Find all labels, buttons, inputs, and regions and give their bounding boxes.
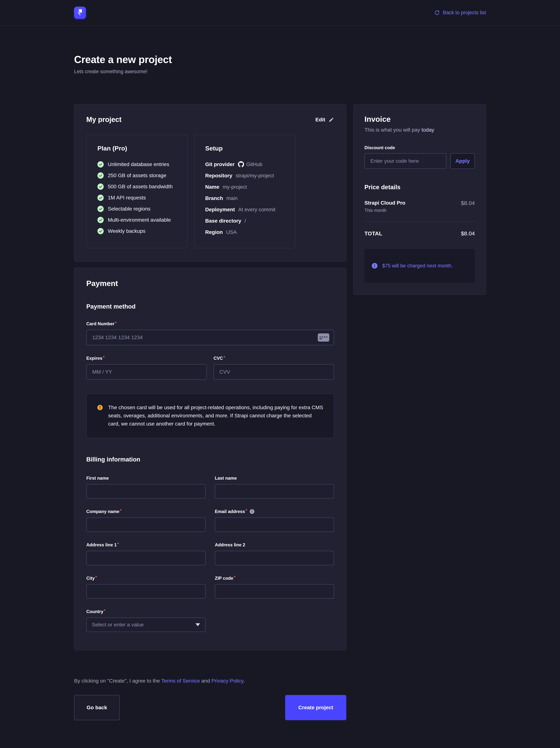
setup-row-value: At every commit	[238, 207, 275, 213]
setup-row-value: USA	[226, 229, 237, 235]
check-icon	[97, 228, 104, 234]
zip-code-input[interactable]	[215, 584, 334, 599]
edit-button-label: Edit	[315, 117, 325, 123]
email-input[interactable]	[215, 517, 334, 532]
city-input[interactable]	[86, 584, 205, 599]
credit-card-icon	[318, 333, 329, 342]
line-item-amount: $8.04	[461, 200, 475, 213]
setup-row-label: Git provider	[205, 161, 235, 167]
check-icon	[97, 172, 104, 179]
plan-box-title: Plan (Pro)	[97, 145, 176, 152]
last-name-field: Last name	[215, 475, 334, 498]
required-asterisk: *	[115, 321, 117, 325]
invoice-subtitle: This is what you will pay today	[364, 127, 475, 133]
back-link-label: Back to projects list	[443, 10, 486, 16]
company-name-label: Company name*	[86, 509, 205, 514]
city-field: City*	[86, 576, 205, 599]
return-arrow-icon	[434, 10, 440, 16]
email-label: Email address*	[215, 509, 334, 514]
back-to-projects-link[interactable]: Back to projects list	[434, 10, 486, 16]
lightning-bolt-icon	[76, 8, 83, 18]
terms-of-service-link[interactable]: Terms of Service	[161, 678, 200, 684]
country-field: Country* Select or enter a value	[86, 609, 205, 632]
total-amount: $8.04	[461, 230, 475, 237]
check-icon	[97, 184, 104, 190]
required-asterisk: *	[103, 355, 105, 360]
plan-feature-label: 500 GB of assets bandwidth	[108, 184, 173, 190]
check-icon	[97, 206, 104, 212]
invoice-subtitle-emphasis: today	[421, 127, 434, 133]
cvc-field: CVC*	[214, 356, 334, 380]
total-row: TOTAL $8.04	[364, 230, 475, 237]
app-header: Back to projects list	[0, 0, 560, 26]
plan-feature-item: Selectable regions	[97, 206, 176, 212]
setup-row: Repository strapi/my-project	[205, 173, 284, 179]
setup-rows: Git provider GitHub	[205, 161, 284, 235]
privacy-policy-link[interactable]: Privacy Policy	[212, 678, 243, 684]
setup-row-value: my-project	[223, 184, 247, 190]
country-select-placeholder: Select or enter a value	[92, 622, 144, 628]
setup-row-value: /	[245, 218, 246, 224]
apply-discount-button[interactable]: Apply	[451, 153, 475, 169]
country-select[interactable]: Select or enter a value	[86, 617, 205, 632]
card-usage-notice: The chosen card will be used for all pro…	[86, 394, 334, 438]
setup-row: Deployment At every commit	[205, 207, 284, 213]
setup-row-label: Repository	[205, 173, 232, 179]
line-item-name: Strapi Cloud Pro	[364, 200, 405, 206]
payment-method-title: Payment method	[86, 303, 334, 310]
check-icon	[97, 161, 104, 167]
last-name-input[interactable]	[215, 484, 334, 498]
setup-row-label: Region	[205, 229, 223, 235]
discount-code-input[interactable]	[364, 153, 446, 169]
expires-field: Expires*	[86, 356, 207, 380]
card-usage-notice-text: The chosen card will be used for all pro…	[108, 403, 323, 428]
plan-feature-label: Weekly backups	[108, 228, 145, 234]
address-line-2-label: Address line 2	[215, 542, 334, 547]
next-month-note: $75 will be charged next month.	[364, 249, 475, 283]
edit-project-button[interactable]: Edit	[315, 117, 334, 123]
expires-input[interactable]	[86, 364, 207, 380]
plan-feature-item: 250 GB of assets storage	[97, 172, 176, 179]
plan-box: Plan (Pro)	[86, 135, 188, 248]
first-name-input[interactable]	[86, 484, 205, 498]
payment-title: Payment	[86, 279, 334, 288]
create-project-button[interactable]: Create project	[285, 695, 346, 720]
setup-row: Branch main	[205, 195, 284, 201]
first-name-label: First name	[86, 475, 205, 481]
billing-title: Billing information	[86, 456, 334, 463]
address-line-1-input[interactable]	[86, 551, 205, 565]
go-back-button[interactable]: Go back	[74, 695, 120, 720]
card-number-input[interactable]	[86, 330, 334, 345]
company-name-field: Company name*	[86, 509, 205, 532]
address-line-2-field: Address line 2	[215, 542, 334, 565]
check-icon	[97, 194, 104, 201]
setup-row-value: strapi/my-project	[236, 173, 274, 179]
address-line-1-field: Address line 1*	[86, 542, 205, 565]
page-title: Create a new project	[74, 53, 486, 65]
company-name-input[interactable]	[86, 517, 205, 532]
country-label: Country*	[86, 609, 205, 614]
cvc-input[interactable]	[214, 364, 334, 380]
setup-row: Git provider GitHub	[205, 161, 284, 167]
last-name-label: Last name	[215, 475, 334, 481]
setup-row-label: Branch	[205, 195, 223, 201]
pencil-icon	[328, 117, 334, 122]
address-line-1-label: Address line 1*	[86, 542, 205, 547]
plan-feature-list: Unlimited database entries	[97, 161, 176, 234]
project-summary-card: My project Edit Plan (Pro)	[74, 104, 346, 262]
main-content: Create a new project Lets create somethi…	[74, 53, 486, 748]
next-month-note-text: $75 will be charged next month.	[382, 263, 453, 269]
project-card-title: My project	[86, 116, 121, 124]
plan-feature-item: Multi-environment available	[97, 217, 176, 223]
zip-code-field: ZIP code*	[215, 576, 334, 599]
address-line-2-input[interactable]	[215, 551, 334, 565]
required-asterisk: *	[223, 355, 225, 360]
setup-row-value: GitHub	[246, 161, 262, 167]
plan-feature-label: 1M API requests	[108, 195, 146, 201]
price-details-title: Price details	[364, 184, 475, 191]
card-number-label: Card Number*	[86, 321, 334, 326]
price-line-item: Strapi Cloud Pro This month $8.04	[364, 200, 475, 213]
plan-feature-item: 500 GB of assets bandwidth	[97, 184, 176, 190]
strapi-cloud-logo[interactable]	[74, 7, 86, 19]
setup-row: Base directory /	[205, 218, 284, 224]
